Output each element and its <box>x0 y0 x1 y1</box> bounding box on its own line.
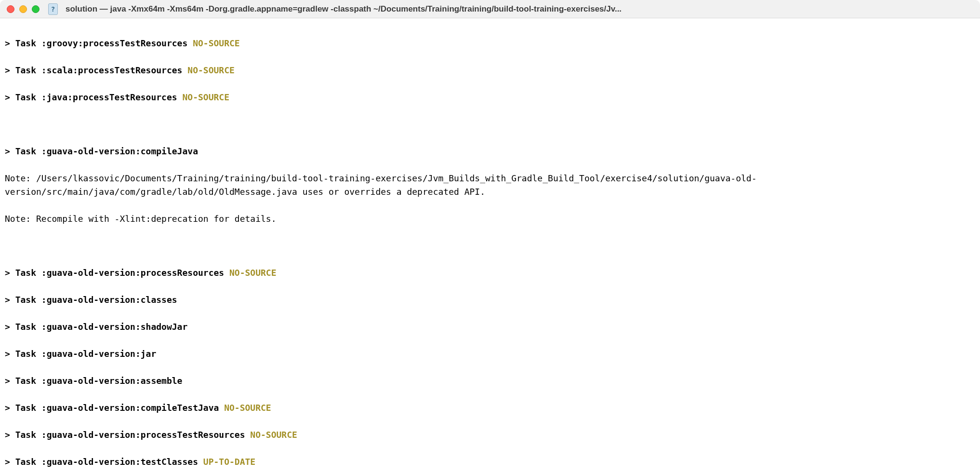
task-status: NO-SOURCE <box>177 92 229 102</box>
task-line: > Task :guava-old-version:testClasses <box>5 457 198 467</box>
task-line: > Task :groovy:processTestResources <box>5 38 187 48</box>
task-line: > Task :guava-old-version:jar <box>5 349 156 359</box>
minimize-window-button[interactable] <box>19 5 27 13</box>
task-status: NO-SOURCE <box>224 268 276 278</box>
compiler-note: Note: /Users/lkassovic/Documents/Trainin… <box>5 172 975 199</box>
maximize-window-button[interactable] <box>32 5 40 13</box>
traffic-lights <box>7 5 40 13</box>
window-title: solution — java -Xmx64m -Xms64m -Dorg.gr… <box>66 4 973 14</box>
task-line: > Task :guava-old-version:processTestRes… <box>5 430 245 440</box>
close-window-button[interactable] <box>7 5 14 13</box>
task-line: > Task :guava-old-version:processResourc… <box>5 268 224 278</box>
task-line: > Task :java:processTestResources <box>5 92 177 102</box>
compiler-note: Note: Recompile with -Xlint:deprecation … <box>5 212 975 226</box>
task-line: > Task :guava-old-version:compileTestJav… <box>5 403 219 413</box>
task-status: NO-SOURCE <box>219 403 271 413</box>
task-status: NO-SOURCE <box>187 38 239 48</box>
task-line: > Task :guava-old-version:shadowJar <box>5 322 187 332</box>
task-line: > Task :guava-old-version:classes <box>5 295 177 305</box>
terminal-profile-icon: ? <box>48 3 58 15</box>
task-status: NO-SOURCE <box>182 65 234 75</box>
task-line: > Task :scala:processTestResources <box>5 65 182 75</box>
task-status: NO-SOURCE <box>245 430 297 440</box>
task-line: > Task :guava-old-version:assemble <box>5 376 182 386</box>
terminal-output[interactable]: > Task :groovy:processTestResources NO-S… <box>0 18 980 474</box>
task-line: > Task :guava-old-version:compileJava <box>5 146 198 156</box>
window-titlebar: ? solution — java -Xmx64m -Xms64m -Dorg.… <box>0 0 980 18</box>
task-status: UP-TO-DATE <box>198 457 255 467</box>
